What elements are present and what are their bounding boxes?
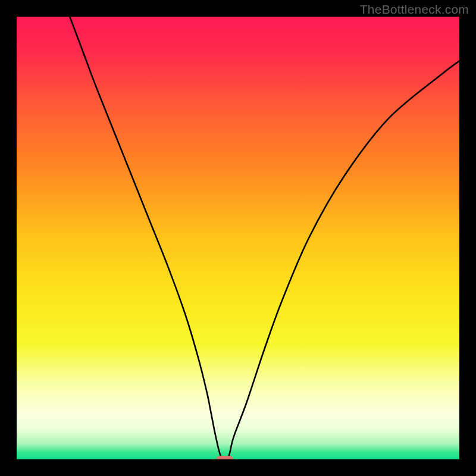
gradient-background: [17, 17, 459, 459]
optimum-marker: [217, 456, 233, 459]
chart-svg: [17, 17, 459, 459]
attribution-label: TheBottleneck.com: [360, 2, 469, 17]
chart-frame: TheBottleneck.com: [0, 0, 476, 476]
plot-area: [17, 17, 459, 459]
